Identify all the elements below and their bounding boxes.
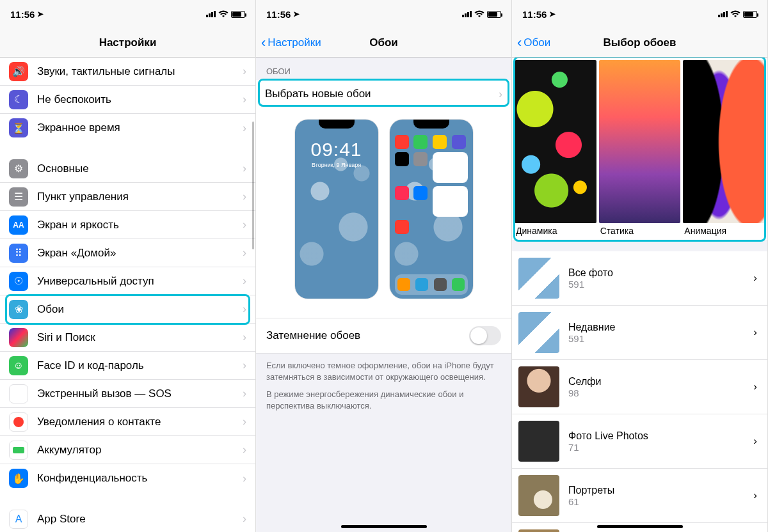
chevron-right-icon: › <box>243 472 246 485</box>
row-label: Экран и яркость <box>37 219 243 231</box>
wallpaper-preview-pair: 09:41 Вторник, 9 Января <box>256 108 511 318</box>
chevron-left-icon: ‹ <box>261 35 266 51</box>
chevron-right-icon: › <box>243 415 246 428</box>
chevron-right-icon: › <box>243 359 246 372</box>
wallpaper-category-Динамика[interactable]: Динамика <box>515 60 596 237</box>
settings-row-appstore[interactable]: AApp Store› <box>0 505 255 532</box>
scrollbar[interactable] <box>252 121 254 249</box>
lockscreen-preview[interactable]: 09:41 Вторник, 9 Января <box>295 120 378 299</box>
row-label: Экстренный вызов — SOS <box>37 387 243 400</box>
album-count: 71 <box>568 442 744 453</box>
lockscreen-time: 09:41 <box>295 139 378 160</box>
wallpaper-category-Статика[interactable]: Статика <box>599 60 681 237</box>
row-label: Основные <box>37 162 243 175</box>
settings-row-hourglass[interactable]: ⏳Экранное время› <box>0 114 255 142</box>
settings-row-moon[interactable]: ☾Не беспокоить› <box>0 86 255 114</box>
homescreen-preview[interactable] <box>390 120 473 299</box>
album-thumbnail <box>518 421 559 462</box>
appstore-icon: A <box>9 510 28 529</box>
battery-icon <box>487 11 501 18</box>
volume-icon: 🔊 <box>9 62 28 81</box>
exposure-icon <box>9 412 28 432</box>
chevron-right-icon: › <box>499 88 502 101</box>
chevron-right-icon: › <box>753 326 757 339</box>
nav-header: Настройки <box>0 28 255 58</box>
page-title: Настройки <box>0 36 255 49</box>
wallpaper-thumbnail <box>599 60 681 223</box>
settings-list[interactable]: 🔊Звуки, тактильные сигналы›☾Не беспокоит… <box>0 58 255 532</box>
settings-row-sos[interactable]: SOSЭкстренный вызов — SOS› <box>0 380 255 408</box>
chevron-right-icon: › <box>243 218 246 231</box>
album-row-Селфи[interactable]: Селфи98› <box>512 360 767 414</box>
row-label: Не беспокоить <box>37 93 243 106</box>
wifi-icon <box>218 9 228 20</box>
chevron-right-icon: › <box>243 302 246 316</box>
back-button[interactable]: ‹ Обои <box>512 35 550 51</box>
cell-signal-icon <box>206 11 216 17</box>
chevron-right-icon: › <box>243 387 246 400</box>
album-thumbnail <box>518 475 559 516</box>
album-title: Селфи <box>568 376 744 387</box>
settings-row-text-size[interactable]: AAЭкран и яркость› <box>0 211 255 239</box>
battery-icon <box>743 11 757 18</box>
album-row-Все фото[interactable]: Все фото591› <box>512 251 767 306</box>
category-label: Динамика <box>515 223 596 237</box>
settings-row-accessibility[interactable]: ☉Универсальный доступ› <box>0 267 255 295</box>
settings-row-exposure[interactable]: Уведомления о контакте› <box>0 408 255 436</box>
location-icon: ➤ <box>549 10 556 19</box>
settings-row-siri[interactable]: Siri и Поиск› <box>0 324 255 352</box>
dim-wallpaper-toggle[interactable] <box>469 326 501 345</box>
settings-row-gear[interactable]: ⚙Основные› <box>0 155 255 183</box>
gear-icon: ⚙ <box>9 159 28 178</box>
status-time: 11:56 <box>266 9 291 20</box>
album-thumbnail <box>518 258 559 299</box>
photo-albums-list: Все фото591›Недавние591›Селфи98›Фото Liv… <box>512 251 767 532</box>
nav-header: ‹ Обои Выбор обоев <box>512 28 767 58</box>
row-label: Экран «Домой» <box>37 247 243 260</box>
wifi-icon <box>474 9 484 20</box>
album-thumbnail <box>518 312 559 353</box>
album-title: Недавние <box>568 322 744 333</box>
settings-row-home-grid[interactable]: ⠿Экран «Домой»› <box>0 239 255 267</box>
settings-row-wallpaper[interactable]: ❀Обои› <box>0 295 255 324</box>
battery-icon <box>231 11 245 18</box>
status-bar: 11:56 ➤ <box>256 0 511 28</box>
album-row-Портреты[interactable]: Портреты61› <box>512 469 767 523</box>
wallpaper-screen: 11:56 ➤ ‹ Настройки Обои ОБОИ Выбрать но… <box>256 0 512 532</box>
chevron-right-icon: › <box>243 162 246 175</box>
settings-row-volume[interactable]: 🔊Звуки, тактильные сигналы› <box>0 58 255 86</box>
chevron-right-icon: › <box>753 380 757 393</box>
row-label: Универсальный доступ <box>37 275 243 288</box>
battery-icon <box>9 441 28 460</box>
album-row-Недавние[interactable]: Недавние591› <box>512 306 767 360</box>
chevron-left-icon: ‹ <box>517 35 522 51</box>
settings-row-battery[interactable]: Аккумулятор› <box>0 436 255 464</box>
home-indicator[interactable] <box>341 525 427 528</box>
row-label: Конфиденциальность <box>37 472 243 485</box>
hourglass-icon: ⏳ <box>9 118 28 137</box>
wallpaper-thumbnail <box>683 60 765 223</box>
chevron-right-icon: › <box>753 489 757 502</box>
chevron-right-icon: › <box>243 274 246 288</box>
settings-row-privacy[interactable]: ✋Конфиденциальность› <box>0 464 255 492</box>
toggles-icon: ☰ <box>9 187 28 207</box>
row-label: Siri и Поиск <box>37 331 243 344</box>
back-label: Настройки <box>268 36 321 49</box>
chevron-right-icon: › <box>243 190 246 203</box>
home-indicator[interactable] <box>597 525 683 528</box>
chevron-right-icon: › <box>243 246 246 260</box>
wallpaper-icon: ❀ <box>9 300 28 319</box>
album-count: 591 <box>568 333 744 344</box>
row-label: App Store <box>37 513 243 526</box>
album-count: 61 <box>568 496 744 507</box>
siri-icon <box>9 328 28 347</box>
back-button[interactable]: ‹ Настройки <box>256 35 321 51</box>
choose-new-wallpaper-row[interactable]: Выбрать новые обои › <box>256 80 511 108</box>
faceid-icon: ☺ <box>9 356 28 375</box>
choose-wallpaper-content[interactable]: ДинамикаСтатикаАнимация Все фото591›Неда… <box>512 58 767 532</box>
album-title: Портреты <box>568 485 744 496</box>
settings-row-faceid[interactable]: ☺Face ID и код-пароль› <box>0 352 255 380</box>
album-row-Фото Live Photos[interactable]: Фото Live Photos71› <box>512 414 767 469</box>
wallpaper-category-Анимация[interactable]: Анимация <box>683 60 765 237</box>
settings-row-toggles[interactable]: ☰Пункт управления› <box>0 183 255 211</box>
